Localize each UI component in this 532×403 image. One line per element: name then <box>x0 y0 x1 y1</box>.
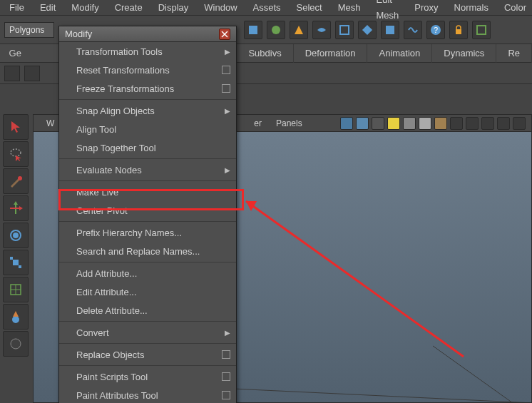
menu-item-label: Reset Transformations <box>76 65 170 76</box>
menu-item[interactable]: Freeze Transformations <box>59 79 236 98</box>
svg-rect-22 <box>19 265 21 268</box>
shelf-icons: ? <box>244 21 491 39</box>
svg-rect-5 <box>386 26 394 34</box>
menu-color[interactable]: Color <box>496 0 532 16</box>
menu-item[interactable]: Convert▶ <box>59 323 236 342</box>
popup-title: Modify <box>65 29 92 39</box>
viewport-icon[interactable] <box>387 117 400 130</box>
paint-tool[interactable] <box>3 168 29 194</box>
svg-rect-4 <box>362 24 372 34</box>
menu-display[interactable]: Display <box>150 0 197 16</box>
rotate-tool[interactable] <box>3 223 29 248</box>
shelf-icon[interactable] <box>244 21 262 39</box>
svg-line-30 <box>433 346 531 402</box>
svg-marker-16 <box>14 201 18 205</box>
menu-edit[interactable]: Edit <box>32 0 63 16</box>
menu-item-label: Delete Attribute... <box>76 305 148 316</box>
shelf-icon[interactable] <box>358 21 377 39</box>
menu-item[interactable]: Align Tool <box>59 120 236 138</box>
viewport-icon[interactable] <box>419 117 431 130</box>
view-menu-panels[interactable]: Panels <box>269 118 310 128</box>
viewport-icon[interactable] <box>340 117 353 130</box>
menu-item[interactable]: Snap Align Objects▶ <box>59 101 236 120</box>
menu-item-label: Add Attribute... <box>76 268 137 279</box>
close-icon[interactable] <box>219 29 230 40</box>
viewport-icon[interactable] <box>497 117 510 130</box>
viewport-icon[interactable] <box>450 117 463 130</box>
menu-item[interactable]: Reset Transformations <box>59 61 236 79</box>
svg-point-11 <box>11 149 21 156</box>
menu-item[interactable]: Delete Attribute... <box>59 301 236 320</box>
viewport-icon[interactable] <box>372 117 384 130</box>
mode-dropdown[interactable]: Polygons <box>4 22 54 38</box>
viewport-icon[interactable] <box>513 117 526 130</box>
menu-item[interactable]: Add Attribute... <box>59 264 236 282</box>
menu-item[interactable]: Prefix Hierarchy Names... <box>59 223 236 242</box>
tab-deformation[interactable]: Deformation <box>294 44 368 63</box>
menu-assets[interactable]: Assets <box>245 0 289 16</box>
menu-window[interactable]: Window <box>196 0 245 16</box>
svg-rect-8 <box>456 29 461 34</box>
shelf-icon[interactable] <box>335 21 354 39</box>
shelf-icon[interactable] <box>381 21 399 39</box>
view-menu-er[interactable]: er <box>247 118 269 128</box>
shelf-icon[interactable] <box>312 21 331 39</box>
svg-rect-0 <box>249 26 257 34</box>
menu-item[interactable]: Paint Attributes Tool <box>59 386 236 403</box>
menu-file[interactable]: File <box>1 0 32 16</box>
menu-item[interactable]: Snap Together Tool <box>59 138 236 157</box>
lasso-select-tool[interactable] <box>3 141 29 167</box>
viewport-icon[interactable] <box>466 117 479 130</box>
tab-subdivs[interactable]: Subdivs <box>237 44 293 63</box>
soft-select-tool[interactable] <box>3 304 29 330</box>
menu-item-label: Paint Attributes Tool <box>76 390 158 401</box>
manipulator-tool[interactable] <box>3 277 29 302</box>
menu-item[interactable]: Search and Replace Names... <box>59 242 236 260</box>
menu-item-label: Snap Align Objects <box>76 106 155 116</box>
tab-partial[interactable]: Re <box>496 44 532 63</box>
tab-dynamics[interactable]: Dynamics <box>432 44 496 63</box>
menu-select[interactable]: Select <box>289 0 330 16</box>
option-box-icon[interactable] <box>222 84 230 93</box>
shelf-icon[interactable] <box>267 21 285 39</box>
select-tool[interactable] <box>3 114 29 140</box>
scale-tool[interactable] <box>3 250 29 275</box>
svg-marker-2 <box>295 26 303 34</box>
option-box-icon[interactable] <box>222 372 230 381</box>
option-box-icon[interactable] <box>222 391 230 399</box>
menu-item-label: Make Live <box>76 187 118 198</box>
menu-mesh[interactable]: Mesh <box>330 0 369 16</box>
menu-item[interactable]: Center Pivot <box>59 201 236 220</box>
menu-create[interactable]: Create <box>107 0 150 16</box>
menu-modify[interactable]: Modify <box>63 0 106 16</box>
viewport-icon[interactable] <box>481 117 494 130</box>
option-box-icon[interactable] <box>222 350 230 359</box>
tool-box <box>0 114 31 357</box>
viewport-icon[interactable] <box>403 117 416 130</box>
tab-animation[interactable]: Animation <box>367 44 432 63</box>
menu-item-label: Replace Objects <box>76 350 144 360</box>
shelf-icon[interactable] <box>290 21 308 39</box>
menu-proxy[interactable]: Proxy <box>406 0 446 16</box>
menu-item[interactable]: Make Live <box>59 183 236 201</box>
popup-titlebar[interactable]: Modify <box>59 26 236 42</box>
option-box-icon[interactable] <box>222 66 230 74</box>
menu-item[interactable]: Evaluate Nodes▶ <box>59 160 236 179</box>
viewport-icon[interactable] <box>356 117 369 130</box>
last-tool[interactable] <box>3 331 29 357</box>
viewport-icon[interactable] <box>434 117 447 130</box>
shelf-tab-partial[interactable]: Ge <box>0 44 30 62</box>
lock-icon[interactable] <box>449 21 468 39</box>
status-icon[interactable] <box>4 66 20 81</box>
menu-item[interactable]: Edit Attribute... <box>59 282 236 301</box>
menu-item[interactable]: Replace Objects <box>59 345 236 364</box>
menu-item[interactable]: Transformation Tools▶ <box>59 42 236 61</box>
help-icon[interactable]: ? <box>426 21 445 39</box>
menu-item[interactable]: Paint Scripts Tool <box>59 367 236 386</box>
shelf-icon[interactable] <box>404 21 422 39</box>
menu-item-label: Evaluate Nodes <box>76 165 142 175</box>
menu-normals[interactable]: Normals <box>446 0 496 16</box>
shelf-icon[interactable] <box>472 21 491 39</box>
status-icon[interactable] <box>24 66 40 81</box>
move-tool[interactable] <box>3 195 29 221</box>
